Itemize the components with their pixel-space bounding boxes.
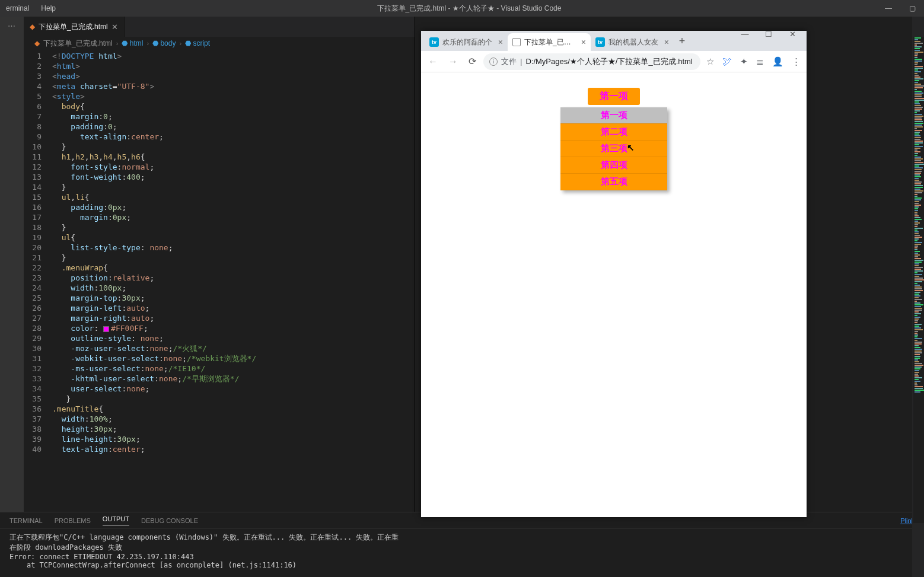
maximize-icon[interactable]: ▢ [900, 4, 924, 12]
tab-label: 下拉菜单_已完成.html [39, 22, 108, 32]
breadcrumb-file[interactable]: 下拉菜单_已完成.html [43, 39, 113, 49]
window-title: 下拉菜单_已完成.html - ★个人轮子★ - Visual Studio C… [62, 4, 877, 14]
bilibili-icon: tv [429, 37, 439, 47]
browser-tab[interactable]: 下拉菜单_已完成 × [508, 33, 591, 51]
title-bar: erminal Help 下拉菜单_已完成.html - ★个人轮子★ - Vi… [0, 0, 924, 17]
panel-tab-terminal[interactable]: TERMINAL [9, 517, 43, 524]
extension-bird-icon[interactable]: 🕊 [720, 56, 734, 67]
reading-list-icon[interactable]: ≣ [754, 56, 766, 67]
forward-icon: → [445, 56, 461, 67]
menu-item[interactable]: 第五项 [560, 174, 667, 190]
panel-tab-debug[interactable]: DEBUG CONSOLE [141, 517, 198, 524]
info-icon[interactable]: i [489, 58, 498, 66]
minimize-icon[interactable]: — [733, 30, 757, 39]
address-bar: ← → ⟳ i 文件 | D:/MyPages/★个人轮子★/下拉菜单_已完成.… [421, 51, 807, 72]
tab-label: 欢乐的阿磊的个 [442, 37, 493, 47]
back-icon[interactable]: ← [425, 56, 441, 67]
menu-help[interactable]: Help [35, 0, 62, 17]
editor-tab-bar: ◆ 下拉菜单_已完成.html ✕ [24, 17, 415, 37]
file-icon [512, 38, 521, 46]
editor: ◆ 下拉菜单_已完成.html ✕ ◆ 下拉菜单_已完成.html › ⬣ ht… [24, 17, 415, 512]
chevron-right-icon: › [146, 40, 149, 47]
breadcrumb-part[interactable]: ⬣ body [152, 39, 176, 47]
url-text: D:/MyPages/★个人轮子★/下拉菜单_已完成.html [525, 56, 692, 67]
html-file-icon: ◆ [34, 39, 40, 47]
panel: TERMINAL PROBLEMS OUTPUT DEBUG CONSOLE P… [0, 512, 924, 577]
chevron-right-icon: › [116, 40, 119, 47]
chevron-right-icon: › [179, 40, 181, 47]
menu-title[interactable]: 第一项 [588, 88, 640, 105]
close-icon[interactable]: × [664, 37, 669, 47]
reload-icon[interactable]: ⟳ [465, 56, 480, 67]
extensions-icon[interactable]: ✦ [738, 56, 750, 67]
menu-icon[interactable]: ⋮ [789, 56, 803, 67]
new-tab-button[interactable]: + [674, 35, 690, 47]
code-content[interactable]: <!DOCTYPE html> <html> <head> <meta char… [52, 50, 415, 512]
dropdown-menu: 第一项 第一项 第二项 第三项↖ 第四项 第五项 [560, 88, 667, 517]
breadcrumb[interactable]: ◆ 下拉菜单_已完成.html › ⬣ html › ⬣ body › ⬣ sc… [24, 37, 415, 50]
minimap[interactable] [913, 37, 924, 523]
tab-label: 下拉菜单_已完成 [524, 37, 576, 47]
html-file-icon: ◆ [30, 23, 35, 31]
browser-tab-strip: — ☐ ✕ tv欢乐的阿磊的个 × 下拉菜单_已完成 × tv我的机器人女友 ×… [421, 31, 807, 51]
activity-bar: ⋯ [0, 17, 24, 512]
cursor-icon: ↖ [627, 142, 635, 153]
close-icon[interactable]: × [498, 37, 503, 47]
profile-icon[interactable]: 👤 [770, 56, 786, 67]
menu-item[interactable]: 第一项 [560, 107, 667, 124]
maximize-icon[interactable]: ☐ [757, 30, 780, 39]
breadcrumb-part[interactable]: ⬣ html [122, 39, 143, 47]
more-icon[interactable]: ⋯ [8, 21, 17, 30]
bookmark-icon[interactable]: ☆ [704, 56, 716, 67]
breadcrumb-part[interactable]: ⬣ script [185, 39, 210, 47]
menu-item[interactable]: 第二项 [560, 124, 667, 141]
browser-window: — ☐ ✕ tv欢乐的阿磊的个 × 下拉菜单_已完成 × tv我的机器人女友 ×… [421, 31, 807, 517]
menu-item[interactable]: 第四项 [560, 157, 667, 174]
editor-tab[interactable]: ◆ 下拉菜单_已完成.html ✕ [24, 17, 125, 37]
page-content: 第一项 第一项 第二项 第三项↖ 第四项 第五项 [421, 72, 807, 517]
panel-tab-output[interactable]: OUTPUT [103, 515, 129, 525]
line-numbers: 1234567891011121314151617181920212223242… [24, 50, 52, 512]
browser-tab[interactable]: tv我的机器人女友 × [591, 33, 674, 51]
browser-tab[interactable]: tv欢乐的阿磊的个 × [425, 33, 508, 51]
close-icon[interactable]: × [581, 37, 586, 47]
output-content[interactable]: 正在下载程序包"C/C++ language components (Windo… [0, 529, 924, 577]
close-icon[interactable]: ✕ [111, 23, 118, 31]
bilibili-icon: tv [595, 37, 605, 47]
menu-item[interactable]: 第三项↖ [560, 141, 667, 157]
minimize-icon[interactable]: — [877, 4, 900, 12]
url-field[interactable]: i 文件 | D:/MyPages/★个人轮子★/下拉菜单_已完成.html [483, 53, 700, 70]
menu-terminal[interactable]: erminal [0, 0, 35, 17]
tab-label: 我的机器人女友 [608, 37, 659, 47]
menu-list: 第一项 第二项 第三项↖ 第四项 第五项 [560, 107, 667, 190]
url-scheme: 文件 [501, 56, 517, 67]
close-icon[interactable]: ✕ [780, 30, 804, 39]
panel-tab-problems[interactable]: PROBLEMS [55, 517, 91, 524]
